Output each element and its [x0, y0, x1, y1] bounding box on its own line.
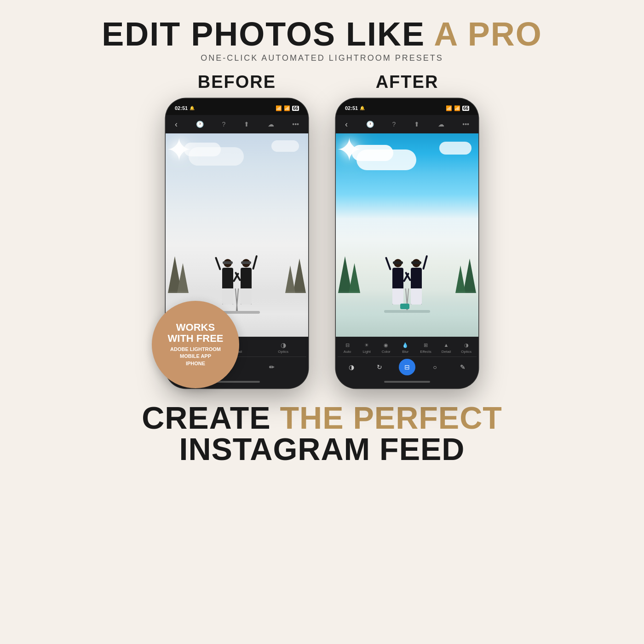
effects-icon-after: ⊞ — [421, 341, 431, 349]
tab-effects-after[interactable]: ⊞ Effects — [419, 340, 432, 355]
after-photo: ✦ — [336, 133, 478, 337]
tab-optics-before[interactable]: ◑ Optics — [277, 340, 289, 355]
footer-title: CREATE THE PERFECT — [142, 402, 502, 433]
tool-edit-after[interactable]: ✎ — [454, 359, 471, 375]
home-bar-after — [338, 377, 477, 386]
tree-after-left-2 — [349, 263, 360, 293]
badge-circle: WORKSWITH FREE ADOBE LIGHTROOMMOBILE APP… — [152, 301, 239, 388]
tab-auto[interactable]: ⊟ Auto — [342, 340, 353, 355]
time-display: 02:51 — [175, 105, 188, 111]
photo-toolbar-after: ‹ 🕐 ? ⬆ ☁ ••• — [336, 115, 478, 133]
phones-section: BEFORE 02:51 🔔 📶 📶 66 ‹ 🕐 ? ⬆ — [166, 72, 478, 388]
after-phone: 02:51 🔔 📶 📶 66 ‹ 🕐 ? ⬆ ☁ ••• — [336, 98, 478, 388]
person-after-2 — [411, 259, 422, 305]
person-2 — [241, 259, 252, 305]
body-after-1 — [392, 268, 403, 305]
back-icon[interactable]: ‹ — [175, 120, 178, 129]
info-icon[interactable]: ? — [222, 121, 225, 128]
footer-highlight: THE PERFECT — [280, 400, 502, 435]
person1-body — [222, 268, 233, 305]
pants-after-1 — [392, 288, 403, 305]
share-icon-after[interactable]: ⬆ — [414, 121, 420, 128]
after-edit-tools: ◑ ↻ ⊟ ○ ✎ — [338, 356, 477, 377]
person2-body — [241, 268, 252, 305]
person1-head — [224, 259, 232, 267]
tab-optics-after[interactable]: ◑ Optics — [460, 340, 472, 355]
pants — [222, 288, 233, 305]
battery-icon: 66 — [292, 106, 299, 111]
status-left-after: 02:51 🔔 — [345, 105, 365, 111]
phone-notch — [212, 98, 262, 111]
light-icon: ☀ — [362, 341, 371, 349]
pants-after-2 — [411, 288, 422, 305]
home-indicator — [214, 381, 260, 383]
footer-title-2: INSTAGRAM FEED — [142, 433, 502, 465]
detail-icon-after: ▲ — [442, 341, 451, 349]
optics-icon: ◑ — [279, 341, 288, 349]
photo-toolbar: ‹ 🕐 ? ⬆ ☁ ••• — [166, 115, 308, 133]
auto-icon: ⊟ — [343, 341, 352, 349]
cloud-2 — [189, 147, 244, 166]
people-group — [222, 259, 252, 305]
after-photo-content: ✦ — [336, 133, 478, 337]
tree-right-1 — [293, 259, 306, 293]
badge-subtitle-text: ADOBE LIGHTROOMMOBILE APPIPHONE — [170, 346, 221, 367]
head-after-2 — [412, 259, 420, 267]
tool-brush[interactable]: ✏ — [264, 359, 280, 375]
header: EDIT PHOTOS LIKE A PRO ONE-CLICK AUTOMAT… — [102, 0, 542, 63]
bell-icon: 🔔 — [190, 106, 195, 110]
tab-color[interactable]: ◉ Color — [380, 340, 391, 355]
home-indicator-after — [384, 381, 430, 383]
battery-icon-after: 66 — [462, 106, 469, 111]
after-column: AFTER 02:51 🔔 📶 📶 66 ‹ 🕐 ? ⬆ — [336, 72, 478, 388]
footer-part1: CREATE — [142, 400, 280, 435]
signal-icon-after: 📶 — [446, 105, 452, 111]
more-icon-after[interactable]: ••• — [462, 121, 469, 128]
badge-works-text: WORKSWITH FREE — [168, 322, 224, 344]
tab-light-after[interactable]: ☀ Light — [361, 340, 372, 355]
title-part1: EDIT PHOTOS LIKE — [102, 16, 434, 52]
back-icon-after[interactable]: ‹ — [345, 120, 348, 129]
wifi-icon-after: 📶 — [454, 105, 460, 111]
tool-active-after[interactable]: ⊟ — [399, 359, 415, 375]
tree-right-2 — [285, 265, 295, 293]
header-subtitle: ONE-CLICK AUTOMATED LIGHTROOM PRESETS — [102, 53, 542, 63]
tree-after-right-2 — [455, 265, 466, 293]
cloud-after-2 — [356, 150, 416, 170]
goggles2 — [241, 261, 251, 264]
title-highlight: A PRO — [434, 16, 542, 52]
history-icon-after[interactable]: 🕐 — [366, 121, 374, 128]
after-label: AFTER — [376, 72, 439, 92]
tree-after-right-1 — [463, 259, 476, 293]
signal-icon: 📶 — [276, 105, 282, 111]
blur-icon: 💧 — [401, 341, 410, 349]
tab-blur[interactable]: 💧 Blur — [400, 340, 411, 355]
arm-up-after-1 — [385, 257, 391, 270]
head-after-1 — [394, 259, 402, 267]
info-icon-after[interactable]: ? — [392, 121, 396, 128]
after-bottom-panel: ⊟ Auto ☀ Light ◉ Color 💧 Blur — [336, 337, 478, 388]
teal-ski-boot — [400, 304, 409, 309]
share-icon[interactable]: ⬆ — [244, 121, 249, 128]
cloud-icon-after[interactable]: ☁ — [438, 121, 444, 128]
before-label: BEFORE — [198, 72, 276, 92]
tool-circle-after[interactable]: ○ — [426, 359, 443, 375]
person-1 — [222, 259, 233, 305]
tool-moon-after[interactable]: ◑ — [343, 359, 360, 375]
body-after-2 — [411, 268, 422, 305]
phone-notch-after — [382, 98, 432, 111]
main-title: EDIT PHOTOS LIKE A PRO — [102, 17, 542, 51]
cloud-icon[interactable]: ☁ — [268, 121, 274, 128]
tool-rotate-after[interactable]: ↻ — [371, 359, 388, 375]
cloud-after-3 — [439, 142, 472, 155]
person2-head — [242, 259, 250, 267]
wifi-icon: 📶 — [284, 105, 290, 111]
skis-after — [384, 310, 430, 313]
history-icon[interactable]: 🕐 — [196, 121, 204, 128]
tab-detail-after[interactable]: ▲ Detail — [441, 340, 452, 355]
arm-up-left — [215, 257, 221, 270]
more-icon[interactable]: ••• — [292, 121, 299, 128]
goggles — [223, 261, 233, 264]
status-left: 02:51 🔔 — [175, 105, 195, 111]
cloud-3 — [271, 140, 299, 152]
